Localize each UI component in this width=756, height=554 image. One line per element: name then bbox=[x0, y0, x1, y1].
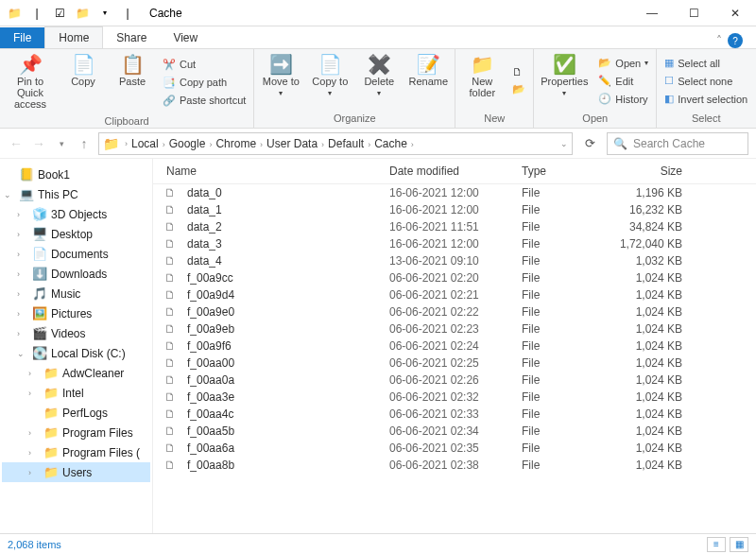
file-row[interactable]: 🗋f_00a9cc06-06-2021 02:20File1,024 KB bbox=[153, 269, 756, 286]
forward-button[interactable]: → bbox=[30, 136, 47, 151]
ribbon-collapse-icon[interactable]: ˄ bbox=[716, 34, 722, 47]
tree-expand-icon[interactable]: › bbox=[17, 329, 28, 338]
chevron-down-icon[interactable]: ⌄ bbox=[560, 139, 568, 148]
breadcrumb-segment[interactable]: Default bbox=[326, 137, 366, 150]
chevron-right-icon[interactable]: › bbox=[409, 140, 416, 149]
file-row[interactable]: 🗋f_00aa0006-06-2021 02:25File1,024 KB bbox=[153, 355, 756, 372]
tree-expand-icon[interactable]: › bbox=[28, 448, 40, 458]
chevron-right-icon[interactable]: › bbox=[123, 139, 129, 148]
search-input[interactable]: 🔍 Search Cache bbox=[607, 132, 748, 155]
tab-file[interactable]: File bbox=[0, 27, 44, 48]
tree-item[interactable]: 📁PerfLogs bbox=[2, 403, 150, 423]
move-to-button[interactable]: ➡️ Move to▾ bbox=[258, 51, 303, 111]
tree-expand-icon[interactable]: › bbox=[28, 389, 40, 398]
tree-expand-icon[interactable]: › bbox=[28, 369, 40, 378]
breadcrumb-segment[interactable]: Local bbox=[129, 137, 161, 150]
qat-dropdown-icon[interactable]: ▾ bbox=[94, 3, 115, 24]
tab-view[interactable]: View bbox=[160, 27, 211, 48]
file-row[interactable]: 🗋f_00aa3e06-06-2021 02:32File1,024 KB bbox=[153, 389, 756, 406]
help-icon[interactable]: ? bbox=[728, 33, 743, 48]
tree-item[interactable]: ›🎬Videos bbox=[2, 323, 150, 343]
file-row[interactable]: 🗋f_00aa4c06-06-2021 02:33File1,024 KB bbox=[153, 406, 756, 423]
col-date[interactable]: Date modified bbox=[389, 164, 522, 178]
tab-home[interactable]: Home bbox=[44, 26, 103, 48]
easy-access-button[interactable]: 📂 bbox=[508, 81, 529, 97]
navigation-tree[interactable]: 📒Book1⌄💻This PC›🧊3D Objects›🖥️Desktop›📄D… bbox=[0, 159, 153, 533]
file-row[interactable]: 🗋data_016-06-2021 12:00File1,196 KB bbox=[153, 184, 756, 201]
open-button[interactable]: 📂Open ▾ bbox=[594, 55, 652, 71]
new-folder-button[interactable]: 📁 New folder bbox=[459, 51, 505, 111]
tree-expand-icon[interactable]: › bbox=[28, 428, 40, 438]
pin-to-quick-access-button[interactable]: 📌 Pin to Quick access bbox=[4, 51, 57, 113]
col-type[interactable]: Type bbox=[522, 164, 616, 178]
select-all-button[interactable]: ▦Select all bbox=[661, 55, 751, 71]
copy-path-button[interactable]: 📑Copy path bbox=[159, 75, 249, 91]
file-row[interactable]: 🗋f_00a9f606-06-2021 02:24File1,024 KB bbox=[153, 338, 756, 355]
close-button[interactable]: ✕ bbox=[714, 0, 756, 26]
file-row[interactable]: 🗋f_00aa5b06-06-2021 02:34File1,024 KB bbox=[153, 423, 756, 440]
back-button[interactable]: ← bbox=[8, 136, 25, 151]
tab-share[interactable]: Share bbox=[103, 27, 160, 48]
tree-expand-icon[interactable]: › bbox=[17, 230, 28, 239]
breadcrumb-segment[interactable]: Cache bbox=[372, 137, 409, 150]
tree-item[interactable]: ›🖥️Desktop bbox=[2, 224, 150, 244]
tree-item[interactable]: ›📁AdwCleaner bbox=[2, 363, 150, 383]
paste-button[interactable]: 📋 Paste bbox=[110, 51, 155, 113]
tree-expand-icon[interactable]: ⌄ bbox=[4, 190, 15, 199]
tree-item[interactable]: ⌄💽Local Disk (C:) bbox=[2, 343, 150, 363]
file-row[interactable]: 🗋data_116-06-2021 12:00File16,232 KB bbox=[153, 201, 756, 218]
tree-expand-icon[interactable]: › bbox=[17, 309, 28, 319]
recent-locations-button[interactable]: ▾ bbox=[53, 139, 70, 148]
breadcrumb[interactable]: 📁 › Local›Google›Chrome›User Data›Defaul… bbox=[98, 132, 573, 155]
maximize-button[interactable]: ☐ bbox=[673, 0, 714, 26]
select-none-button[interactable]: ☐Select none bbox=[661, 73, 751, 89]
properties-icon[interactable]: ☑ bbox=[49, 3, 70, 24]
col-size[interactable]: Size bbox=[616, 164, 711, 178]
tree-expand-icon[interactable]: › bbox=[17, 289, 28, 299]
tree-expand-icon[interactable]: ⌄ bbox=[17, 349, 28, 358]
tree-item[interactable]: ⌄💻This PC bbox=[2, 184, 150, 204]
up-button[interactable]: ↑ bbox=[76, 136, 93, 151]
copy-button[interactable]: 📄 Copy bbox=[60, 51, 106, 113]
file-row[interactable]: 🗋data_316-06-2021 12:00File1,72,040 KB bbox=[153, 235, 756, 252]
breadcrumb-segment[interactable]: Chrome bbox=[214, 137, 258, 150]
tree-item[interactable]: 📒Book1 bbox=[2, 164, 150, 184]
col-name[interactable]: Name bbox=[153, 164, 389, 178]
file-row[interactable]: 🗋f_00aa6a06-06-2021 02:35File1,024 KB bbox=[153, 440, 756, 457]
details-view-button[interactable]: ≡ bbox=[707, 537, 726, 552]
tree-item[interactable]: ›📄Documents bbox=[2, 244, 150, 264]
tree-expand-icon[interactable]: › bbox=[17, 250, 28, 259]
tree-item[interactable]: ›📁Intel bbox=[2, 383, 150, 403]
tree-item[interactable]: ›🖼️Pictures bbox=[2, 303, 150, 323]
file-row[interactable]: 🗋f_00a9e006-06-2021 02:22File1,024 KB bbox=[153, 303, 756, 320]
file-row[interactable]: 🗋f_00aa8b06-06-2021 02:38File1,024 KB bbox=[153, 457, 756, 474]
refresh-button[interactable]: ⟳ bbox=[578, 136, 601, 150]
file-row[interactable]: 🗋data_413-06-2021 09:10File1,032 KB bbox=[153, 252, 756, 269]
invert-selection-button[interactable]: ◧Invert selection bbox=[661, 91, 751, 107]
breadcrumb-segment[interactable]: Google bbox=[167, 137, 208, 150]
file-row[interactable]: 🗋data_216-06-2021 11:51File34,824 KB bbox=[153, 218, 756, 235]
tree-item[interactable]: ›🎵Music bbox=[2, 284, 150, 303]
tree-item[interactable]: ›🧊3D Objects bbox=[2, 204, 150, 224]
file-row[interactable]: 🗋f_00a9d406-06-2021 02:21File1,024 KB bbox=[153, 286, 756, 303]
tree-item[interactable]: ›📁Program Files bbox=[2, 423, 150, 442]
tree-item[interactable]: ›⬇️Downloads bbox=[2, 264, 150, 284]
tree-item[interactable]: ›📁Program Files ( bbox=[2, 442, 150, 462]
properties-button[interactable]: ✅ Properties▾ bbox=[538, 51, 591, 111]
copy-to-button[interactable]: 📄 Copy to▾ bbox=[307, 51, 352, 111]
file-row[interactable]: 🗋f_00aa0a06-06-2021 02:26File1,024 KB bbox=[153, 372, 756, 389]
breadcrumb-segment[interactable]: User Data bbox=[265, 137, 319, 150]
tree-expand-icon[interactable]: › bbox=[17, 210, 28, 219]
icons-view-button[interactable]: ▦ bbox=[730, 537, 748, 552]
new-item-button[interactable]: 🗋 bbox=[508, 64, 529, 79]
file-row[interactable]: 🗋f_00a9eb06-06-2021 02:23File1,024 KB bbox=[153, 320, 756, 338]
cut-button[interactable]: ✂️Cut bbox=[159, 57, 249, 73]
history-button[interactable]: 🕘History bbox=[594, 91, 652, 107]
tree-expand-icon[interactable]: › bbox=[17, 269, 28, 279]
minimize-button[interactable]: — bbox=[631, 0, 673, 26]
chevron-right-icon[interactable]: › bbox=[161, 140, 167, 149]
column-headers[interactable]: Name Date modified Type Size bbox=[153, 159, 756, 184]
tree-expand-icon[interactable]: › bbox=[28, 468, 40, 477]
rename-button[interactable]: 📝 Rename bbox=[405, 51, 451, 111]
delete-button[interactable]: ✖️ Delete▾ bbox=[356, 51, 402, 111]
